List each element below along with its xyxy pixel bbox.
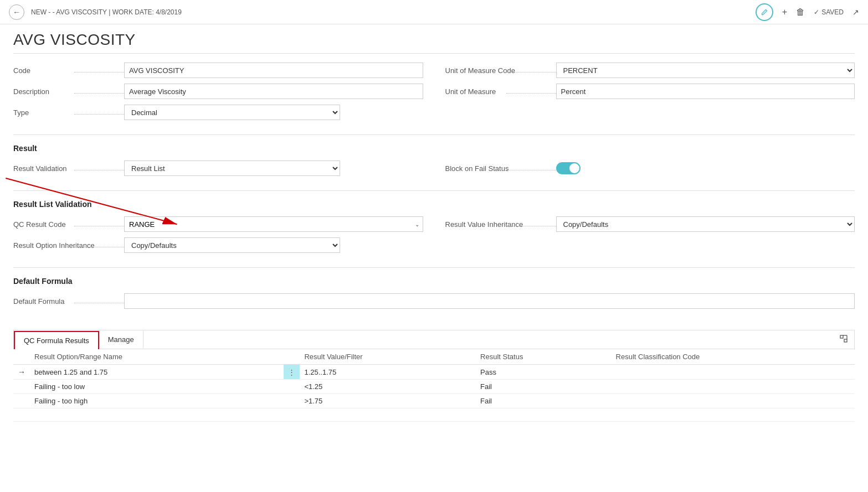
block-fail-label: Block on Fail Status [445, 164, 556, 173]
top-bar-actions: + 🗑 ✓ SAVED ↗ [756, 3, 859, 21]
form-col-result-option-inheritance: Result Option Inheritance Copy/Defaults … [13, 237, 434, 253]
col-header-result-status: Result Status [476, 349, 611, 365]
code-label: Code [13, 66, 124, 75]
result-value-inheritance-label: Result Value Inheritance [445, 220, 556, 229]
default-formula-section: Default Formula Default Formula [13, 267, 855, 323]
type-select[interactable]: Decimal Integer Text Boolean [124, 105, 340, 120]
row-value-2[interactable]: <1.25 [300, 380, 476, 394]
form-col-uom-code: Unit of Measure Code PERCENT [445, 63, 855, 78]
row-arrow-3 [13, 394, 30, 408]
row-classification-1[interactable] [612, 365, 855, 380]
table-row[interactable]: → between 1.25 and 1.75 ⋮ 1.25..1.75 Pas… [13, 365, 855, 380]
tab-qc-formula-results[interactable]: QC Formula Results [14, 331, 99, 349]
external-link-button[interactable]: ↗ [852, 8, 859, 17]
form-row-qc-result-code: QC Result Code ⌄ Result Value Inheritanc… [13, 216, 855, 232]
row-status-3[interactable]: Fail [476, 394, 611, 408]
top-bar: ← NEW - - AVG VISCOSITY | WORK DATE: 4/8… [0, 0, 868, 24]
col-header-dots [284, 349, 300, 365]
form-col-code: Code [13, 63, 423, 78]
form-row-default-formula: Default Formula [13, 293, 855, 309]
table-header-row: Result Option/Range Name Result Value/Fi… [13, 349, 855, 365]
form-row-result-option-inheritance: Result Option Inheritance Copy/Defaults … [13, 237, 855, 253]
form-col-type: Type Decimal Integer Text Boolean [13, 105, 434, 120]
row-dots-1[interactable]: ⋮ [284, 365, 300, 380]
tab-expand-button[interactable] [833, 330, 854, 349]
table-row-empty[interactable] [13, 408, 855, 422]
col-header-arrow [13, 349, 30, 365]
row-name-3[interactable]: Failing - too high [30, 394, 284, 408]
form-col-description: Description [13, 84, 423, 99]
result-list-section-title: Result List Validation [13, 200, 855, 209]
form-col-block-fail: Block on Fail Status [445, 162, 855, 174]
col-header-result-classification: Result Classification Code [612, 349, 855, 365]
form-row-description: Description Unit of Measure [13, 84, 855, 99]
top-bar-title: NEW - - AVG VISCOSITY | WORK DATE: 4/8/2… [31, 8, 756, 16]
default-formula-label: Default Formula [13, 297, 124, 305]
qc-formula-results-table: Result Option/Range Name Result Value/Fi… [13, 349, 855, 422]
description-input[interactable] [124, 84, 423, 99]
row-status-1[interactable]: Pass [476, 365, 611, 380]
row-classification-3[interactable] [612, 394, 855, 408]
row-value-3[interactable]: >1.75 [300, 394, 476, 408]
qc-result-code-input[interactable] [125, 218, 412, 231]
edit-button[interactable] [756, 3, 773, 21]
description-label: Description [13, 87, 124, 96]
result-validation-label: Result Validation [13, 164, 124, 173]
uom-input[interactable] [556, 84, 855, 99]
row-dots-2[interactable] [284, 380, 300, 394]
form-row-result-validation: Result Validation Result List Range None… [13, 160, 855, 176]
back-button[interactable]: ← [9, 4, 24, 20]
block-fail-toggle[interactable] [556, 162, 581, 174]
result-option-inheritance-select[interactable]: Copy/Defaults None Copy [124, 237, 340, 253]
default-formula-title: Default Formula [13, 277, 855, 286]
qc-result-code-chevron[interactable]: ⌄ [412, 221, 423, 227]
uom-label: Unit of Measure [445, 87, 556, 96]
svg-rect-2 [840, 335, 843, 338]
result-validation-select[interactable]: Result List Range None [124, 160, 340, 176]
main-content: Code Unit of Measure Code PERCENT Descri… [0, 53, 868, 422]
add-button[interactable]: + [782, 7, 787, 17]
result-list-section: Result List Validation QC Result Code ⌄ … [13, 190, 855, 267]
result-section: Result Result Validation Result List Ran… [13, 134, 855, 190]
col-header-result-option: Result Option/Range Name [30, 349, 284, 365]
form-col-result-value-inheritance: Result Value Inheritance Copy/Defaults N… [445, 216, 855, 232]
default-formula-input[interactable] [124, 293, 855, 309]
table-row[interactable]: Failing - too low <1.25 Fail [13, 380, 855, 394]
result-option-inheritance-label: Result Option Inheritance [13, 241, 124, 250]
page-title: AVG VISCOSITY [13, 31, 855, 49]
tabs-bar: QC Formula Results Manage [13, 330, 855, 349]
col-header-result-value: Result Value/Filter [300, 349, 476, 365]
form-row-type: Type Decimal Integer Text Boolean [13, 105, 855, 120]
row-arrow-2 [13, 380, 30, 394]
qc-result-code-label: QC Result Code [13, 220, 124, 229]
uom-code-select[interactable]: PERCENT [556, 63, 855, 78]
row-classification-2[interactable] [612, 380, 855, 394]
uom-code-label: Unit of Measure Code [445, 66, 556, 75]
row-name-2[interactable]: Failing - too low [30, 380, 284, 394]
row-value-1[interactable]: 1.25..1.75 [300, 365, 476, 380]
form-col-qc-result-code: QC Result Code ⌄ [13, 216, 423, 232]
svg-rect-3 [844, 339, 847, 342]
code-input[interactable] [124, 63, 423, 78]
result-value-inheritance-select[interactable]: Copy/Defaults None Copy [556, 216, 855, 232]
row-name-1[interactable]: between 1.25 and 1.75 [30, 365, 284, 380]
qc-result-code-input-wrap: ⌄ [124, 216, 423, 232]
page-title-area: AVG VISCOSITY [0, 24, 868, 53]
tab-manage[interactable]: Manage [99, 331, 143, 348]
form-top-section: Code Unit of Measure Code PERCENT Descri… [13, 53, 855, 134]
delete-button[interactable]: 🗑 [796, 7, 805, 17]
table-row[interactable]: Failing - too high >1.75 Fail [13, 394, 855, 408]
form-col-uom: Unit of Measure [445, 84, 855, 99]
form-col-result-validation: Result Validation Result List Range None [13, 160, 423, 176]
row-arrow-1: → [13, 365, 30, 380]
row-dots-3[interactable] [284, 394, 300, 408]
row-status-2[interactable]: Fail [476, 380, 611, 394]
result-section-title: Result [13, 144, 855, 153]
form-col-default-formula: Default Formula [13, 293, 855, 309]
tabs-table-area: QC Formula Results Manage Result Option/… [13, 330, 855, 422]
form-row-code: Code Unit of Measure Code PERCENT [13, 63, 855, 78]
type-label: Type [13, 108, 124, 117]
saved-status: ✓ SAVED [814, 8, 844, 16]
